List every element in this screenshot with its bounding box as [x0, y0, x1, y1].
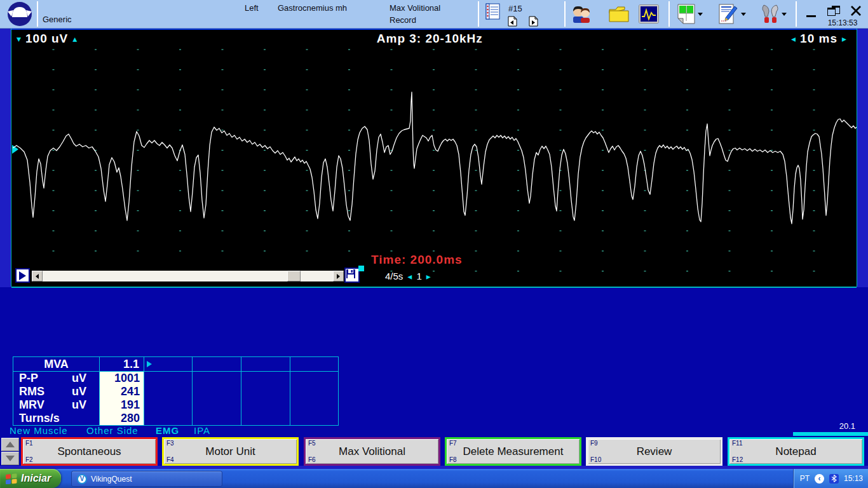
sweep-position-label: 4/5s [385, 271, 403, 281]
menu-ipa[interactable]: IPA [194, 425, 210, 436]
fkey-label: Max Volitional [306, 445, 438, 458]
time-scale-decrease-icon[interactable]: ◂ [791, 34, 796, 43]
table-gridline [192, 357, 193, 425]
report-button[interactable] [718, 4, 738, 26]
table-row: MRV uV [13, 398, 99, 412]
tools-icon [760, 4, 780, 24]
scroll-right-button[interactable] [333, 271, 344, 281]
menu-emg[interactable]: EMG [156, 425, 179, 436]
scroll-down-icon [6, 456, 15, 461]
table-row: Turns/s [13, 412, 99, 425]
notebook-button[interactable] [485, 3, 501, 22]
viking-logo-icon [6, 1, 34, 27]
restore-button[interactable] [825, 4, 843, 19]
results-table-dropdown-icon[interactable] [698, 13, 703, 16]
spontaneous-button[interactable]: F1 Spontaneous F2 [21, 437, 158, 466]
start-button[interactable]: Iniciar [0, 469, 61, 488]
softkey-scroll-down-button[interactable] [1, 452, 19, 465]
fkey-bottom-label: F12 [732, 456, 743, 463]
row-name: Turns/s [19, 412, 60, 425]
acquisition-mode-label: Record [390, 15, 416, 25]
scroll-left-icon [36, 274, 39, 279]
time-scale-label: 10 ms [800, 32, 837, 46]
delete-measurement-button[interactable]: F7 Delete Measurement F8 [445, 437, 581, 466]
notepad-button[interactable]: F11 Notepad F12 [728, 437, 864, 466]
softkey-scroll-up-button[interactable] [1, 438, 19, 451]
time-scale-increase-icon[interactable]: ▸ [842, 34, 846, 43]
page-next-icon [528, 16, 539, 27]
fkey-label: Delete Measurement [447, 445, 580, 458]
scrollbar-track[interactable] [43, 271, 333, 281]
taskbar-item-vikingquest[interactable]: V VikingQuest [71, 471, 222, 487]
waveform-scrollbar[interactable] [32, 271, 344, 281]
scroll-up-icon [6, 442, 15, 447]
titlebar-clock: 15:13:53 [821, 18, 864, 27]
scroll-left-button[interactable] [32, 271, 43, 281]
fkey-label: Motor Unit [164, 445, 297, 458]
row-value: 241 [100, 385, 140, 398]
cell-selector-icon [147, 361, 152, 367]
report-dropdown-icon[interactable] [741, 13, 746, 16]
tools-dropdown-icon[interactable] [782, 13, 787, 16]
table-row: RMS uV [13, 385, 99, 398]
save-indicator [358, 266, 364, 271]
titlebar-divider [668, 1, 670, 27]
emg-plot [11, 30, 857, 288]
table-gridline [241, 357, 241, 425]
fkey-bottom-label: F10 [590, 456, 601, 463]
motor-unit-button[interactable]: F3 Motor Unit F4 [162, 437, 299, 466]
bluetooth-icon[interactable] [829, 474, 839, 484]
window-frame-left [0, 29, 11, 287]
save-icon [346, 269, 356, 279]
open-study-button[interactable] [608, 6, 630, 25]
max-volitional-button[interactable]: F5 Max Volitional F6 [304, 437, 440, 466]
window-frame-right [857, 29, 868, 287]
close-button[interactable] [848, 3, 864, 20]
language-indicator[interactable]: PT [800, 474, 810, 483]
sweep-page-label: 1 [416, 271, 421, 281]
side-label: Left [245, 3, 259, 13]
amplitude-increase-icon[interactable]: ▴ [72, 34, 77, 43]
next-record-button[interactable] [528, 16, 539, 29]
waveform-monitor-icon [638, 4, 660, 24]
play-icon [19, 271, 26, 280]
minimize-button[interactable] [803, 5, 820, 20]
previous-record-button[interactable] [507, 16, 518, 29]
patient-info-button[interactable] [571, 4, 592, 26]
notebook-icon [485, 3, 501, 20]
results-table-button[interactable] [677, 4, 695, 26]
fkey-label: Spontaneous [23, 445, 156, 458]
mva-label: MVA [13, 358, 99, 371]
study-label: Max Volitional [390, 3, 440, 13]
waveform-panel: ▾ 100 uV ▴ Amp 3: 20-10kHz ◂ 10 ms ▸ Tim… [11, 29, 857, 287]
table-gridline [144, 357, 144, 425]
tray-chevron-icon[interactable]: ‹ [815, 474, 824, 484]
tools-button[interactable] [760, 4, 780, 26]
play-button[interactable] [15, 268, 30, 283]
review-button[interactable]: F9 Review F10 [586, 437, 722, 466]
grid-dots [53, 49, 815, 271]
row-name: RMS [19, 385, 44, 398]
vikingquest-screen: Generic Left Gastrocnemius mh Max Voliti… [0, 0, 868, 488]
menu-other-side[interactable]: Other Side [86, 425, 139, 436]
title-bar: Generic Left Gastrocnemius mh Max Voliti… [0, 0, 868, 29]
titlebar-divider [37, 1, 38, 27]
fkey-label: Review [588, 445, 721, 458]
row-unit: uV [72, 398, 86, 412]
save-button[interactable] [344, 268, 360, 283]
row-value: 280 [100, 412, 140, 425]
amplitude-decrease-icon[interactable]: ▾ [17, 34, 21, 43]
mva-value: 1.1 [100, 358, 139, 371]
app-mode-label: Generic [43, 15, 72, 24]
acquisition-screen-button[interactable] [638, 4, 660, 26]
menu-new-muscle[interactable]: New Muscle [10, 425, 68, 436]
table-row: P-P uV [13, 372, 99, 385]
time-cursor-readout: Time: 200.0ms [371, 253, 463, 267]
level-indicator-bar [793, 432, 868, 436]
scrollbar-thumb[interactable] [287, 271, 301, 281]
sweep-previous-icon[interactable]: ◂ [407, 272, 412, 281]
close-icon [850, 4, 862, 17]
fkey-bottom-label: F8 [449, 456, 457, 463]
amplifier-label: Amp 3: 20-10kHz [377, 32, 483, 46]
sweep-next-icon[interactable]: ▸ [426, 272, 431, 281]
